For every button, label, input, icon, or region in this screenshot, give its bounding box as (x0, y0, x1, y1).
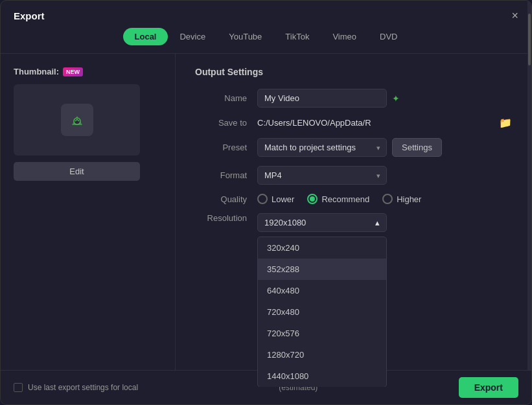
preset-select[interactable]: Match to project settings (257, 138, 387, 157)
quality-row: Quality Lower Recommend Higher (195, 194, 512, 204)
main-content: Thumbnail: NEW Edit Output Settings Name (1, 53, 531, 387)
left-panel: Thumbnail: NEW Edit (1, 54, 176, 387)
quality-options: Lower Recommend Higher (257, 194, 421, 204)
tab-local[interactable]: Local (123, 28, 168, 45)
preset-row: Preset Match to project settings ▾ Setti… (195, 138, 512, 157)
quality-higher[interactable]: Higher (382, 194, 421, 204)
quality-recommend-label: Recommend (321, 194, 369, 204)
dialog-title: Export (14, 10, 45, 21)
tab-tiktok[interactable]: TikTok (273, 28, 321, 45)
folder-icon[interactable]: 📁 (499, 117, 512, 129)
ai-icon[interactable]: ✦ (392, 93, 400, 104)
tab-device[interactable]: Device (168, 28, 217, 45)
quality-recommend[interactable]: Recommend (307, 194, 369, 204)
resolution-option-2[interactable]: 640x480 (258, 280, 386, 301)
quality-higher-radio (382, 194, 393, 204)
resolution-option-4[interactable]: 720x576 (258, 323, 386, 344)
resolution-dropdown: 320x240 352x288 640x480 720x480 720x576 … (257, 237, 387, 387)
format-select[interactable]: MP4 (257, 166, 387, 185)
quality-higher-label: Higher (397, 194, 421, 204)
use-last-settings-label: Use last export settings for local (28, 383, 138, 392)
quality-recommend-radio (307, 194, 318, 204)
tab-vimeo[interactable]: Vimeo (321, 28, 368, 45)
resolution-option-1[interactable]: 352x288 (258, 259, 386, 280)
save-to-label: Save to (195, 118, 247, 128)
preset-label: Preset (195, 143, 247, 152)
resolution-select-button[interactable]: 1920x1080 ▴ (257, 213, 387, 232)
use-last-settings-checkbox[interactable] (14, 383, 23, 392)
thumbnail-preview (14, 84, 140, 156)
resolution-value: 1920x1080 (264, 218, 306, 227)
resolution-option-3[interactable]: 720x480 (258, 301, 386, 323)
thumbnail-icon (61, 104, 93, 136)
tab-dvd[interactable]: DVD (368, 28, 409, 45)
resolution-arrow-icon: ▴ (375, 218, 380, 227)
name-row: Name ✦ (195, 89, 512, 108)
close-button[interactable]: × (511, 10, 518, 21)
quality-lower[interactable]: Lower (257, 194, 294, 204)
save-to-row: Save to C:/Users/LENOVO/AppData/R 📁 (195, 117, 512, 129)
resolution-option-5[interactable]: 1280x720 (258, 344, 386, 365)
resolution-option-0[interactable]: 320x240 (258, 237, 386, 259)
export-button[interactable]: Export (459, 377, 518, 398)
thumbnail-section-label: Thumbnail: NEW (14, 67, 162, 76)
quality-lower-label: Lower (272, 194, 294, 204)
format-row: Format MP4 ▾ (195, 166, 512, 185)
checkbox-row: Use last export settings for local (14, 383, 138, 392)
resolution-row: Resolution 1920x1080 ▴ 320x240 352x288 6… (195, 213, 512, 232)
edit-button[interactable]: Edit (14, 162, 140, 181)
scrollbar[interactable] (527, 1, 531, 404)
title-bar: Export × (1, 1, 531, 28)
tab-youtube[interactable]: YouTube (217, 28, 273, 45)
resolution-label: Resolution (195, 213, 247, 223)
format-label: Format (195, 170, 247, 180)
section-title: Output Settings (195, 67, 512, 77)
right-panel: Output Settings Name ✦ Save to C:/Users/… (176, 54, 531, 387)
save-to-value: C:/Users/LENOVO/AppData/R (257, 118, 494, 128)
resolution-option-6[interactable]: 1440x1080 (258, 365, 386, 387)
new-badge: NEW (63, 67, 83, 76)
format-select-wrap: MP4 ▾ (257, 166, 387, 185)
resolution-select-wrap: 1920x1080 ▴ 320x240 352x288 640x480 720x… (257, 213, 387, 232)
preset-select-wrap: Match to project settings ▾ (257, 138, 387, 157)
tab-bar: Local Device YouTube TikTok Vimeo DVD (1, 28, 531, 53)
quality-lower-radio (257, 194, 268, 204)
scrollbar-thumb (528, 14, 531, 65)
name-label: Name (195, 93, 247, 103)
quality-label: Quality (195, 194, 247, 204)
export-dialog: Export × Local Device YouTube TikTok Vim… (0, 0, 532, 405)
name-input[interactable] (257, 89, 387, 108)
settings-button[interactable]: Settings (392, 138, 442, 157)
